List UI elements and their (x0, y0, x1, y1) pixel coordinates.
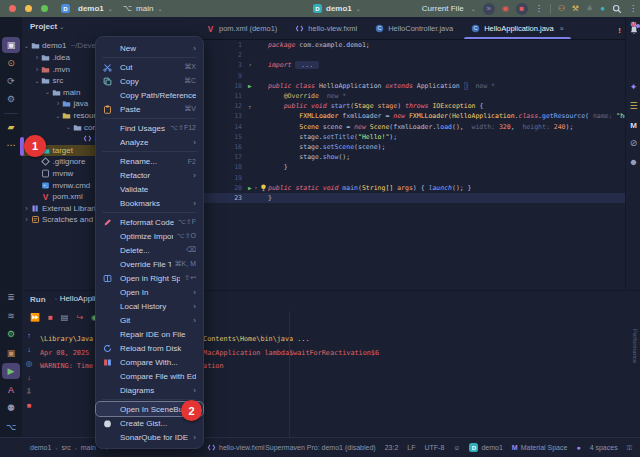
collapsed-arrow-icon[interactable]: › (34, 54, 41, 61)
menu-item-find-usages[interactable]: Find Usages⌥⇧F12 (96, 121, 203, 135)
encoding[interactable]: UTF-8 (424, 444, 444, 451)
menu-item-open-in-right-split[interactable]: Open in Right Split⇧↩ (96, 271, 203, 285)
breadcrumb-item-src[interactable]: src (61, 444, 70, 451)
menu-item-rename[interactable]: Rename...F2 (96, 154, 203, 168)
terminal-tool-icon[interactable]: ≋ (0, 308, 22, 324)
build-hammer-icon[interactable]: ⚒ (572, 5, 579, 13)
menu-item-analyze[interactable]: Analyze› (96, 135, 203, 149)
rerun-icon[interactable]: ⏩ (30, 313, 40, 322)
run-gutter-icon[interactable]: ▶ (248, 184, 252, 191)
window-close-button[interactable] (9, 5, 16, 12)
exit-icon[interactable]: ↪ (76, 313, 83, 322)
tab-helloapplication-java[interactable]: CHelloApplication.java× (462, 17, 573, 39)
override-gutter-icon[interactable]: ↑ (248, 103, 252, 110)
performance-tab-label[interactable]: Performance (632, 329, 638, 363)
tab-pom-xml-demo1-[interactable]: Vpom.xml (demo1) (197, 17, 286, 39)
menu-item-cut[interactable]: Cut⌘X (96, 60, 203, 74)
notifications-off-icon[interactable]: ⊘ (626, 136, 640, 150)
git-tool-icon[interactable]: ⌥ (0, 419, 22, 435)
commit-tool-icon[interactable]: ⊙ (0, 55, 22, 71)
fold-arrow-icon[interactable]: › (254, 184, 258, 192)
search-icon[interactable] (612, 4, 622, 14)
window-minimize-button[interactable] (25, 5, 32, 12)
expanded-arrow-icon[interactable]: ⌄ (44, 88, 51, 96)
menu-item-git[interactable]: Git› (96, 313, 203, 327)
project-widget[interactable]: demo1 (78, 4, 104, 13)
window-zoom-button[interactable] (41, 5, 48, 12)
expanded-arrow-icon[interactable]: ⌄ (55, 112, 62, 120)
dump-threads-icon[interactable]: ▤ (61, 313, 69, 322)
project-panel-header[interactable]: Project ⌄ (30, 22, 64, 31)
resume-icon[interactable]: » (483, 3, 495, 15)
menu-item-open-in[interactable]: Open In› (96, 285, 203, 299)
more-icon[interactable]: ⋮ (535, 5, 543, 13)
collapsed-arrow-icon[interactable]: › (34, 66, 41, 73)
project-badge[interactable]: Ddemo1 (469, 443, 502, 452)
stop-icon[interactable]: ■ (48, 313, 53, 322)
down-stack-icon[interactable]: ↓ (27, 345, 31, 354)
maven-tool-icon[interactable]: M (626, 118, 640, 132)
collapsed-arrow-icon[interactable]: › (23, 216, 30, 223)
up-stack-icon[interactable]: ↑ (27, 331, 31, 340)
menu-item-paste[interactable]: Paste⌘V (96, 102, 203, 116)
collapsed-arrow-icon[interactable]: › (55, 100, 62, 107)
scroll-end-icon[interactable]: ↓ (27, 373, 31, 382)
breadcrumb-item-main[interactable]: main (81, 444, 96, 451)
tab-hellocontroller-java[interactable]: CHelloController.java (366, 17, 462, 39)
ai-chat-tool-icon[interactable]: A (0, 382, 22, 398)
expanded-arrow-icon[interactable]: ⌄ (65, 123, 72, 131)
inspections-icon[interactable]: ! (612, 23, 627, 37)
menu-item-diagrams[interactable]: Diagrams› (96, 383, 203, 397)
vcs-branch-widget[interactable]: main (136, 4, 153, 13)
code-editor[interactable]: 1package com.example.demo1;23›import ...… (197, 40, 625, 290)
color-dot[interactable]: ● (576, 444, 580, 451)
database-icon[interactable]: ☰ (626, 99, 640, 113)
readonly-lock-icon[interactable]: ⚿ (627, 444, 632, 452)
breadcrumb-item-demo1[interactable]: demo1 (30, 444, 51, 451)
structure-tool-icon[interactable]: ⚙ (0, 91, 22, 107)
line-separator[interactable]: LF (407, 444, 415, 451)
caret-position[interactable]: 23:2 (385, 444, 399, 451)
tab-hello-view-fxml[interactable]: hello-view.fxml (286, 17, 366, 39)
run-configuration-selector[interactable]: Current File (422, 4, 464, 13)
dependencies-tool-icon[interactable]: ▣ (0, 345, 22, 361)
scroll-bottom-icon[interactable]: ⇩ (26, 387, 32, 396)
menu-item-bookmarks[interactable]: Bookmarks› (96, 196, 203, 210)
menu-item-override-file-type[interactable]: Override File Type⌘K, M (96, 257, 203, 271)
menu-item-compare-file-with-editor[interactable]: Compare File with Editor (96, 369, 203, 383)
supermaven-status[interactable]: Supermaven Pro: demo1 (disabled) (265, 444, 376, 451)
users-icon[interactable]: ⚇ (558, 5, 565, 13)
pull-requests-icon[interactable]: ⟳ (0, 73, 22, 89)
maven-v-icon[interactable]: V (626, 17, 640, 31)
menu-item-sonarqube-for-ide[interactable]: SonarQube for IDE› (96, 430, 203, 444)
collapsed-arrow-icon[interactable]: › (23, 205, 30, 212)
debug-icon[interactable]: ◉ (502, 5, 509, 13)
soft-wrap-icon[interactable]: ◎ (26, 359, 33, 368)
menu-item-validate[interactable]: Validate (96, 182, 203, 196)
menu-item-optimize-imports[interactable]: Optimize Imports⌥⇧O (96, 229, 203, 243)
services-tool-icon[interactable]: ≣ (0, 289, 22, 305)
problems-tool-icon[interactable]: ⚉ (0, 400, 22, 416)
menu-item-repair-ide-on-file[interactable]: Repair IDE on File (96, 327, 203, 341)
menu-item-reformat-code[interactable]: Reformat Code⌥⇧F (96, 215, 203, 229)
intention-bulb-icon[interactable] (260, 184, 267, 192)
menu-item-new[interactable]: New› (96, 41, 203, 55)
menu-item-refactor[interactable]: Refactor› (96, 168, 203, 182)
plugin-icon-1[interactable]: ☻ (626, 155, 640, 169)
indent-size[interactable]: 4 spaces (590, 444, 618, 451)
more-vertical-icon[interactable]: ⋮ (629, 5, 637, 13)
expanded-arrow-icon[interactable]: ⌄ (23, 42, 30, 50)
science-icon[interactable]: ⚛ (586, 5, 593, 13)
menu-item-reload-from-disk[interactable]: Reload from Disk (96, 341, 203, 355)
menu-item-delete[interactable]: Delete...⌫ (96, 243, 203, 257)
expanded-arrow-icon[interactable]: ⌄ (34, 77, 41, 85)
close-icon[interactable]: × (560, 25, 564, 32)
run-gutter-icon[interactable]: ▶ (248, 82, 252, 89)
ai-assistant-icon[interactable]: ✦ (626, 80, 640, 94)
menu-item-compare-with[interactable]: Compare With... (96, 355, 203, 369)
record-dot-icon[interactable]: ● (600, 5, 605, 13)
menu-item-local-history[interactable]: Local History› (96, 299, 203, 313)
settings-sync-icon[interactable]: ⚙ (0, 326, 22, 342)
menu-item-copy[interactable]: Copy⌘C (96, 74, 203, 88)
bookmarks-tool-icon[interactable]: ▰ (0, 119, 22, 135)
